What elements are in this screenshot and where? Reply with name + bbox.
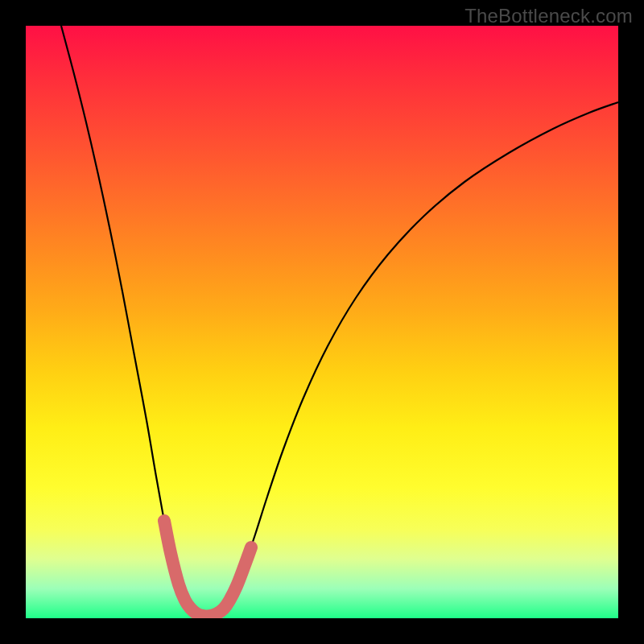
series-valley-highlight xyxy=(164,521,251,616)
chart-plot-area xyxy=(26,26,618,618)
outer-frame: TheBottleneck.com xyxy=(0,0,644,644)
chart-svg xyxy=(26,26,618,618)
series-curve xyxy=(61,26,618,616)
watermark-text: TheBottleneck.com xyxy=(464,5,633,27)
